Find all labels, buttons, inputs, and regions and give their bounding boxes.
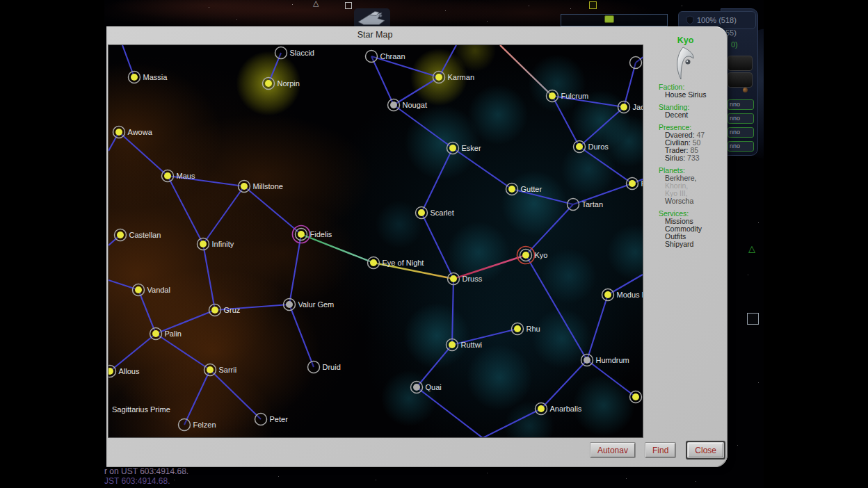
jump-line [453, 148, 512, 189]
map-system-druid[interactable]: Druid [308, 361, 341, 373]
jump-line [526, 255, 587, 360]
radar-triangle-icon: △ [748, 243, 755, 254]
system-label: Norpin [278, 79, 300, 88]
system-label: Gutter [521, 185, 542, 193]
map-system-f[interactable]: F [627, 178, 643, 190]
map-system-sarrii[interactable]: Sarrii [204, 364, 237, 376]
map-system-scarlet[interactable]: Scarlet [416, 207, 454, 219]
system-label: Maus [177, 172, 195, 180]
map-system-karman[interactable]: Karman [433, 72, 475, 83]
weapon-slot-button[interactable]: nno [728, 127, 754, 138]
jump-line [184, 370, 210, 425]
jump-line [371, 56, 394, 105]
star-map-canvas[interactable]: MassiaSlaccidNorpinChraanKarmanNougatFul… [108, 44, 643, 438]
message-log: r on UST 603:4914.68.JST 603:4914.68. [104, 466, 188, 486]
find-button[interactable]: Find [645, 443, 675, 457]
dialog-button-row: AutonavFindClose [580, 443, 725, 457]
selected-system-name: Kyo [643, 35, 728, 45]
system-label: Esker [462, 144, 481, 152]
map-system-duros[interactable]: Duros [574, 141, 609, 153]
map-system[interactable] [630, 57, 642, 69]
star-map-window: Star Map MassiaSlaccidNorpinChraanKarman… [106, 26, 728, 467]
system-label: Eye of Night [383, 259, 424, 267]
map-system-gutter[interactable]: Gutter [506, 184, 542, 195]
map-system-millstone[interactable]: Millstone [239, 181, 283, 193]
system-label: Modus M [617, 291, 643, 299]
map-system-ruttwi[interactable]: Ruttwi [447, 339, 483, 351]
system-label: Peter [270, 415, 289, 423]
map-region-label: Sagittarius Prime [112, 405, 170, 414]
system-label: Infinity [212, 240, 234, 248]
jump-line [417, 345, 452, 387]
map-system-castellan[interactable]: Castellan [115, 229, 161, 241]
map-system-anarbalis[interactable]: Anarbalis [536, 403, 582, 415]
map-system-rhu[interactable]: Rhu [512, 323, 540, 335]
system-label: Rhu [527, 325, 540, 333]
system-label: Fulcrum [561, 92, 589, 100]
route-segment [500, 45, 552, 96]
weapon-slot-button[interactable]: nno [728, 113, 754, 124]
system-label: Kyo [535, 251, 548, 259]
map-system-tartan[interactable]: Tartan [568, 199, 604, 211]
overlay-target-square-icon [589, 1, 597, 9]
map-system-kyo[interactable]: Kyo [517, 247, 548, 264]
status-led-icon [604, 15, 614, 23]
hud-button-top[interactable] [728, 56, 753, 71]
jump-line [541, 360, 587, 409]
map-system-peter[interactable]: Peter [255, 414, 289, 425]
jump-line [421, 148, 453, 213]
weapon-button-column: nnonnonnonno [728, 99, 754, 152]
close-button[interactable]: Close [688, 443, 723, 457]
jump-line [452, 279, 453, 345]
presence-section: Presence: Dvaered: 47Civilian: 50Trader:… [659, 124, 725, 162]
map-system-quai[interactable]: Quai [411, 382, 442, 393]
weapon-slot-button[interactable]: nno [728, 99, 754, 110]
jump-line [203, 244, 215, 310]
system-label: Duros [588, 143, 609, 151]
map-system-jac[interactable]: Jac [618, 101, 643, 113]
system-label: Gruz [224, 306, 241, 314]
hud-button-bottom[interactable] [728, 72, 753, 88]
system-label: Millstone [253, 182, 283, 190]
game-screen: △ 100% (518) 55) 0) nnonnonnonn [0, 0, 868, 488]
map-system-gruz[interactable]: Gruz [209, 304, 241, 316]
autonav-button[interactable]: Autonav [590, 443, 635, 457]
map-system-maus[interactable]: Maus [162, 170, 195, 182]
system-label: Sarrii [219, 366, 237, 374]
map-system-fidelis[interactable]: Fidelis [293, 226, 332, 243]
map-system-infinity[interactable]: Infinity [198, 238, 234, 250]
jump-line [552, 96, 579, 147]
map-system-esker[interactable]: Esker [447, 143, 481, 154]
map-system-allous[interactable]: Allous [108, 366, 140, 377]
map-system-vandal[interactable]: Vandal [133, 284, 170, 296]
jump-line [244, 186, 301, 234]
map-system-norpin[interactable]: Norpin [263, 78, 300, 90]
map-system-felzen[interactable]: Felzen [179, 419, 216, 431]
map-system-modus-m[interactable]: Modus M [602, 289, 643, 301]
message-line: JST 603:4914.68. [104, 476, 188, 486]
map-system-massia[interactable]: Massia [129, 72, 168, 83]
faction-section: Faction: House Sirius [659, 83, 725, 99]
standing-value: Decent [659, 111, 725, 119]
system-label: Chraan [380, 52, 405, 60]
map-system-nougat[interactable]: Nougat [388, 99, 427, 111]
jump-line [579, 147, 632, 184]
system-label: Massia [143, 73, 168, 81]
star-map-svg: MassiaSlaccidNorpinChraanKarmanNougatFul… [108, 45, 643, 437]
map-system-awowa[interactable]: Awowa [113, 127, 153, 138]
jump-line [579, 107, 624, 147]
jump-line [624, 63, 636, 107]
system-label: Fidelis [310, 230, 332, 238]
shield-value: 100% (518) [697, 16, 737, 24]
map-system-druss[interactable]: Druss [448, 273, 483, 285]
map-system-palin[interactable]: Palin [150, 328, 182, 340]
weapon-slot-button[interactable]: nno [728, 141, 754, 152]
hud-indicator-dot [743, 88, 748, 92]
map-system[interactable] [630, 391, 642, 403]
map-system-slaccid[interactable]: Slaccid [275, 47, 314, 59]
jump-line [483, 409, 541, 437]
map-system-humdrum[interactable]: Humdrum [581, 355, 629, 366]
jump-line [526, 204, 573, 255]
map-system-valur-gem[interactable]: Valur Gem [284, 299, 335, 311]
system-label: Anarbalis [550, 405, 582, 413]
